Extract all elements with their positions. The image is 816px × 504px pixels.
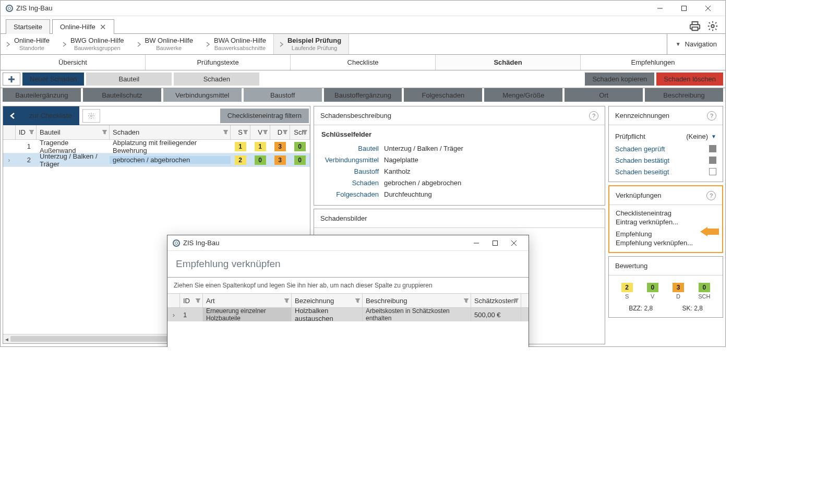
to-checklist-button[interactable]: zur Checkliste bbox=[22, 106, 79, 125]
filter-icon[interactable] bbox=[355, 297, 360, 305]
navigation-toggle[interactable]: ▼ Navigation bbox=[667, 34, 725, 54]
help-icon[interactable]: ? bbox=[706, 191, 716, 200]
minimize-button[interactable] bbox=[467, 235, 486, 251]
filter-icon[interactable] bbox=[263, 128, 268, 136]
markings-panel: Kennzeichnungen? Prüfpflicht (Keine) ▼ S… bbox=[608, 106, 723, 182]
filter-icon[interactable] bbox=[243, 128, 248, 136]
table-row[interactable]: 1 Tragende Außenwand Abplatzung mit frei… bbox=[3, 140, 310, 153]
attr-ort[interactable]: Ort bbox=[565, 88, 643, 102]
chevron-right-icon bbox=[276, 42, 287, 47]
svg-rect-9 bbox=[493, 241, 498, 245]
attr-beschreibung[interactable]: Beschreibung bbox=[645, 88, 723, 102]
attr-baustoff[interactable]: Baustoff bbox=[244, 88, 322, 102]
col-s[interactable]: S bbox=[231, 125, 250, 139]
filter-icon[interactable] bbox=[283, 128, 287, 136]
col-sch[interactable]: Sch bbox=[290, 125, 310, 139]
expand-icon[interactable]: › bbox=[3, 156, 16, 164]
breadcrumb-item[interactable]: BWA Online-HilfeBauwerksabschnitte bbox=[200, 34, 273, 54]
attr-bauteilschutz[interactable]: Bauteilschutz bbox=[83, 88, 161, 102]
pruefpflicht-select[interactable]: Prüfpflicht (Keine) ▼ bbox=[615, 129, 716, 143]
chevron-down-icon: ▼ bbox=[711, 134, 716, 139]
gear-icon[interactable] bbox=[705, 19, 720, 33]
tab-checkliste[interactable]: Checkliste bbox=[291, 55, 436, 70]
delete-damage-button[interactable]: Schaden löschen bbox=[656, 73, 723, 86]
link-checklist-action[interactable]: Eintrag verknüpfen... bbox=[616, 218, 716, 226]
close-icon[interactable]: ✕ bbox=[100, 22, 106, 32]
link-recommendation-dialog: ZIS Ing-Bau Empfehlung verknüpfen Ziehen… bbox=[167, 235, 529, 347]
col-id[interactable]: ID bbox=[180, 294, 203, 307]
modal-table-row[interactable]: › 1 Erneuerung einzelner Holzbauteile Ho… bbox=[167, 308, 529, 321]
col-v[interactable]: V bbox=[250, 125, 270, 139]
breadcrumb-item[interactable]: BWG Online-HilfeBauwerksgruppen bbox=[57, 34, 131, 54]
page-tabs: Startseite Online-Hilfe ✕ bbox=[1, 16, 725, 34]
new-damage-button[interactable]: Neuer Schaden bbox=[22, 73, 84, 86]
table-row-selected[interactable]: › 2 Unterzug / Balken / Träger gebrochen… bbox=[3, 153, 310, 167]
tab-startseite[interactable]: Startseite bbox=[6, 19, 50, 34]
checkbox-bestaetigt[interactable]: Schaden bestätigt bbox=[615, 154, 716, 166]
chevron-right-icon bbox=[134, 42, 145, 47]
breadcrumb-item[interactable]: Online-HilfeStandorte bbox=[1, 34, 57, 54]
col-beschreibung[interactable]: Beschreibung bbox=[363, 294, 471, 307]
panel-title: Schadensbeschreibung bbox=[320, 112, 391, 119]
col-art[interactable]: Art bbox=[203, 294, 292, 307]
scroll-left-icon[interactable]: ◄ bbox=[3, 334, 10, 344]
link-empfehlung-action[interactable]: Empfehlung verknüpfen... bbox=[616, 239, 716, 247]
col-schaden[interactable]: Schaden bbox=[110, 125, 231, 139]
dialog-heading: Empfehlung verknüpfen bbox=[167, 251, 529, 278]
attribute-bar: Bauteilergänzung Bauteilschutz Verbindun… bbox=[1, 88, 725, 104]
attr-bauteilergaenzung[interactable]: Bauteilergänzung bbox=[3, 88, 81, 102]
copy-damage-button[interactable]: Schaden kopieren bbox=[585, 73, 654, 86]
filter-icon[interactable] bbox=[29, 128, 34, 136]
filter-icon[interactable] bbox=[514, 297, 519, 305]
checkbox-icon bbox=[709, 168, 716, 175]
filter-icon[interactable] bbox=[284, 297, 289, 305]
bauteil-button[interactable]: Bauteil bbox=[86, 73, 172, 86]
expand-icon[interactable]: › bbox=[167, 311, 180, 319]
close-button[interactable] bbox=[696, 1, 720, 16]
chevron-right-icon bbox=[3, 42, 14, 47]
panel-title: Bewertung bbox=[615, 262, 647, 270]
panel-title: Schadensbilder bbox=[320, 214, 367, 222]
help-icon[interactable]: ? bbox=[707, 111, 716, 121]
col-bauteil[interactable]: Bauteil bbox=[37, 125, 110, 139]
breadcrumb-item-current[interactable]: Beispiel PrüfungLaufende Prüfung bbox=[273, 34, 349, 54]
attr-folgeschaden[interactable]: Folgeschaden bbox=[404, 88, 482, 102]
close-button[interactable] bbox=[505, 235, 523, 251]
filter-icon[interactable] bbox=[102, 128, 107, 136]
add-button[interactable] bbox=[3, 73, 20, 86]
minimize-button[interactable] bbox=[648, 1, 672, 16]
print-icon[interactable] bbox=[688, 19, 702, 33]
checkbox-beseitigt[interactable]: Schaden beseitigt bbox=[615, 166, 716, 177]
maximize-button[interactable] bbox=[486, 235, 505, 251]
checkbox-icon bbox=[709, 145, 716, 152]
filter-icon[interactable] bbox=[464, 297, 469, 305]
breadcrumb-item[interactable]: BW Online-HilfeBauwerke bbox=[131, 34, 200, 54]
titlebar: ZIS Ing-Bau bbox=[1, 1, 725, 16]
panel-title: Kennzeichnungen bbox=[615, 112, 669, 119]
link-checklist[interactable]: Checklisteneintrag bbox=[616, 209, 716, 217]
checkbox-geprueft[interactable]: Schaden geprüft bbox=[615, 143, 716, 154]
rating-panel: Bewertung 2S 0V 3D 0SCH BZZ: 2,8 SK: 2,8 bbox=[608, 256, 723, 318]
tab-pruefungstexte[interactable]: Prüfungstexte bbox=[146, 55, 291, 70]
attr-menge[interactable]: Menge/Größe bbox=[484, 88, 562, 102]
tab-uebersicht[interactable]: Übersicht bbox=[1, 55, 146, 70]
col-d[interactable]: D bbox=[270, 125, 290, 139]
list-settings-button[interactable] bbox=[82, 109, 100, 123]
back-button[interactable] bbox=[3, 106, 22, 125]
filter-icon[interactable] bbox=[223, 128, 228, 136]
checklist-filter-button[interactable]: Checklisteneintrag filtern bbox=[220, 109, 309, 123]
attr-verbindungsmittel[interactable]: Verbindungsmittel bbox=[163, 88, 242, 102]
col-id[interactable]: ID bbox=[16, 125, 37, 139]
help-icon[interactable]: ? bbox=[589, 111, 598, 121]
tab-schaeden[interactable]: Schäden bbox=[436, 55, 581, 70]
tab-online-hilfe[interactable]: Online-Hilfe ✕ bbox=[52, 19, 114, 34]
svg-point-4 bbox=[711, 25, 714, 28]
col-bezeichnung[interactable]: Bezeichnung bbox=[292, 294, 363, 307]
tab-empfehlungen[interactable]: Empfehlungen bbox=[581, 55, 725, 70]
attr-baustoffergaenzung[interactable]: Baustoffergänzung bbox=[324, 88, 402, 102]
schaden-button[interactable]: Schaden bbox=[174, 73, 259, 86]
col-schaetzkosten[interactable]: Schätzkosten bbox=[471, 294, 521, 307]
filter-icon[interactable] bbox=[196, 297, 200, 305]
filter-icon[interactable] bbox=[303, 128, 307, 136]
maximize-button[interactable] bbox=[672, 1, 696, 16]
